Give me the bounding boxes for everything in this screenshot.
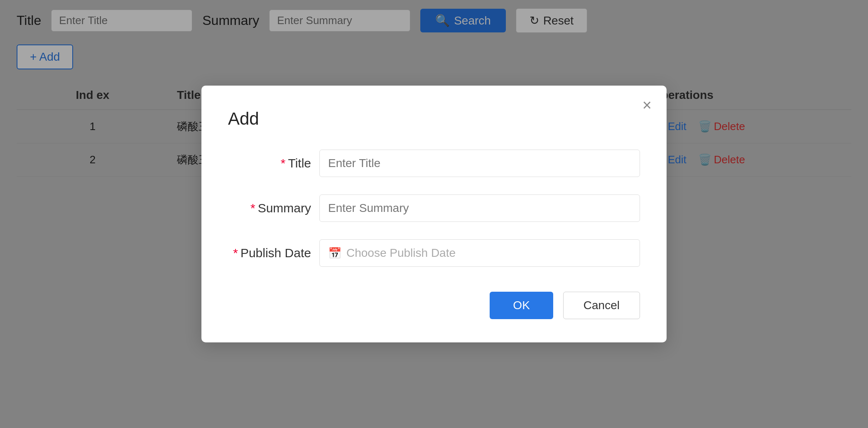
dialog-summary-input[interactable] xyxy=(319,194,640,222)
dialog-close-button[interactable]: × xyxy=(642,97,652,113)
modal-overlay: × Add *Title *Summary *Publish Date 📅 Ch… xyxy=(0,0,868,428)
required-star-date: * xyxy=(233,246,238,260)
dialog-publish-date-row: *Publish Date 📅 Choose Publish Date xyxy=(228,239,640,267)
dialog-summary-row: *Summary xyxy=(228,194,640,222)
dialog-title-row: *Title xyxy=(228,150,640,177)
required-star-title: * xyxy=(281,156,286,170)
dialog-summary-label: *Summary xyxy=(228,201,319,215)
ok-button[interactable]: OK xyxy=(490,292,553,319)
dialog-publish-date-label: *Publish Date xyxy=(228,246,319,260)
dialog-footer: OK Cancel xyxy=(228,292,640,319)
add-dialog: × Add *Title *Summary *Publish Date 📅 Ch… xyxy=(201,86,667,342)
dialog-title-label: *Title xyxy=(228,156,319,170)
dialog-title: Add xyxy=(228,109,640,129)
dialog-publish-date-input[interactable]: 📅 Choose Publish Date xyxy=(319,239,640,267)
cancel-button[interactable]: Cancel xyxy=(563,292,640,319)
dialog-title-input[interactable] xyxy=(319,150,640,177)
publish-date-placeholder: Choose Publish Date xyxy=(346,246,456,260)
calendar-icon: 📅 xyxy=(328,247,341,260)
required-star-summary: * xyxy=(250,201,255,215)
